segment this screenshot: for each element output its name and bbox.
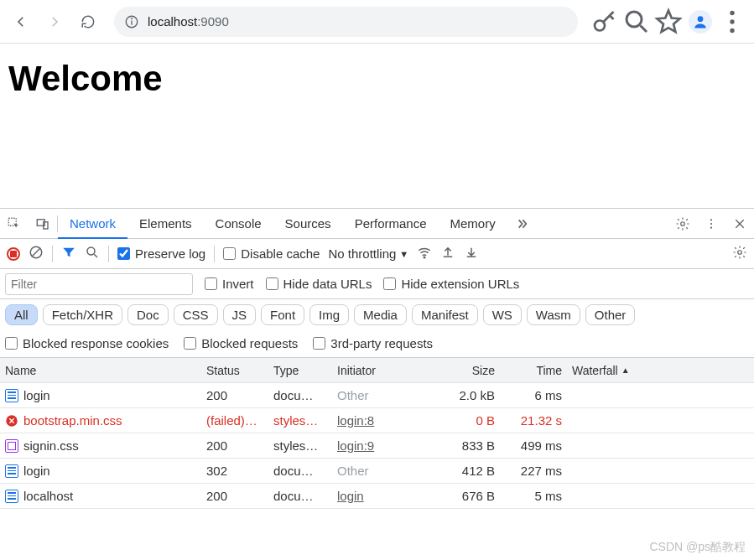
svg-point-21 [87,247,95,255]
status-cell: 200 [201,438,268,453]
table-row[interactable]: signin.css200styles…login:9833 B499 ms [0,433,754,459]
initiator-text: Other [337,464,369,478]
filter-icon[interactable] [61,245,76,262]
network-toolbar: Preserve log Disable cache No throttling… [0,239,754,269]
device-toggle-icon[interactable] [29,216,57,231]
chip-ws[interactable]: WS [483,304,522,325]
close-devtools-icon[interactable] [725,217,754,231]
initiator-link[interactable]: login:8 [337,413,374,428]
chip-css[interactable]: CSS [174,304,218,325]
svg-point-14 [710,219,712,220]
type-cell: docu… [268,388,332,402]
settings-icon[interactable] [668,216,697,231]
chip-doc[interactable]: Doc [127,304,169,325]
disable-cache-checkbox[interactable]: Disable cache [223,246,320,261]
status-cell: 200 [201,489,268,503]
col-time[interactable]: Time [500,364,567,377]
devtools-tab-bar: Network Elements Console Sources Perform… [0,209,754,239]
url-host: localhost [148,14,197,29]
chip-all[interactable]: All [5,304,38,325]
hide-data-urls-label: Hide data URLs [283,277,372,291]
network-table: Name Status Type Initiator Size Time Wat… [0,358,754,560]
chip-js[interactable]: JS [223,304,257,325]
document-icon [5,389,18,402]
tab-memory[interactable]: Memory [439,209,507,238]
throttling-select[interactable]: No throttling ▼ [328,246,408,261]
tab-sources[interactable]: Sources [273,209,343,238]
inspect-icon[interactable] [0,216,29,231]
blocked-requests-label: Blocked requests [201,336,298,350]
hide-ext-urls-checkbox[interactable]: Hide extension URLs [383,277,519,291]
col-status[interactable]: Status [201,364,268,377]
table-header: Name Status Type Initiator Size Time Wat… [0,358,754,383]
upload-icon[interactable] [440,245,455,262]
time-cell: 21.32 s [500,413,567,428]
invert-checkbox[interactable]: Invert [205,277,254,291]
chip-fetch-xhr[interactable]: Fetch/XHR [43,304,122,325]
info-icon [124,14,139,29]
tab-elements[interactable]: Elements [127,209,204,238]
initiator-link[interactable]: login:9 [337,438,374,453]
chevron-down-icon: ▼ [399,249,408,259]
initiator-link[interactable]: login [337,489,364,503]
col-initiator[interactable]: Initiator [332,364,433,377]
svg-point-2 [132,18,133,18]
type-cell: styles… [268,438,332,453]
bookmark-icon[interactable] [653,7,684,37]
filter-input[interactable] [5,273,193,295]
clear-button[interactable] [29,245,44,262]
svg-line-20 [32,248,41,257]
type-cell: docu… [268,489,332,503]
chip-font[interactable]: Font [261,304,304,325]
resource-name: signin.css [23,438,79,453]
table-row[interactable]: localhost200docu…login676 B5 ms [0,484,754,509]
error-icon [5,414,18,428]
more-tabs-icon[interactable] [507,217,536,231]
document-icon [5,490,18,503]
hide-data-urls-checkbox[interactable]: Hide data URLs [266,277,372,291]
search-icon[interactable] [85,245,100,262]
chip-wasm[interactable]: Wasm [527,304,580,325]
menu-button[interactable] [717,7,747,37]
chip-other[interactable]: Other [585,304,636,325]
col-type[interactable]: Type [268,364,332,377]
tab-network[interactable]: Network [58,210,127,239]
key-icon[interactable] [590,7,620,37]
record-button[interactable] [7,247,20,261]
resource-name: login [23,464,50,478]
col-size[interactable]: Size [433,364,500,377]
table-row[interactable]: login302docu…Other412 B227 ms [0,459,754,484]
chip-img[interactable]: Img [309,304,349,325]
preserve-log-checkbox[interactable]: Preserve log [117,246,205,261]
size-cell: 833 B [433,438,500,453]
table-row[interactable]: login200docu…Other2.0 kB6 ms [0,383,754,408]
download-icon[interactable] [464,245,479,262]
chip-manifest[interactable]: Manifest [412,304,478,325]
address-bar[interactable]: localhost:9090 [114,7,578,37]
table-row[interactable]: bootstrap.min.css(failed)…styles…login:8… [0,408,754,433]
kebab-icon[interactable] [697,217,725,231]
time-cell: 499 ms [500,438,567,453]
tab-performance[interactable]: Performance [343,209,439,238]
svg-point-4 [627,12,642,27]
third-party-checkbox[interactable]: 3rd-party requests [313,336,433,350]
forward-button[interactable] [40,8,69,36]
col-name[interactable]: Name [0,364,201,377]
chip-media[interactable]: Media [354,304,407,325]
type-cell: styles… [268,413,332,428]
url-port: :9090 [197,14,229,29]
profile-button[interactable] [689,10,712,34]
zoom-icon[interactable] [621,7,652,37]
network-settings-icon[interactable] [732,245,747,262]
svg-point-16 [710,226,712,228]
blocked-cookies-checkbox[interactable]: Blocked response cookies [5,336,169,350]
network-conditions-icon[interactable] [417,245,432,262]
browser-toolbar: localhost:9090 [0,0,754,44]
blocked-requests-checkbox[interactable]: Blocked requests [184,336,298,350]
type-cell: docu… [268,464,332,478]
tab-console[interactable]: Console [204,209,273,238]
back-button[interactable] [7,8,35,36]
status-cell: (failed)… [201,413,268,428]
col-waterfall[interactable]: Waterfall [567,364,754,377]
reload-button[interactable] [74,8,102,36]
